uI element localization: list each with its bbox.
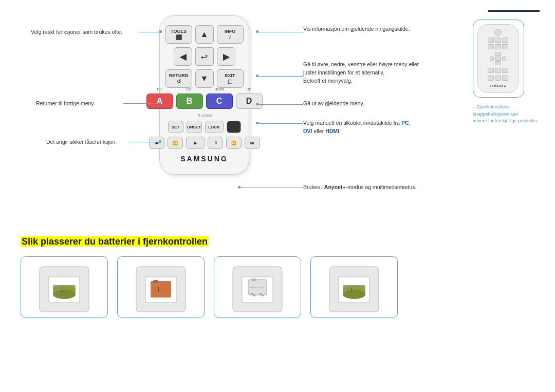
info-line xyxy=(258,32,303,32)
sr-btn8 xyxy=(495,68,501,73)
sr-arrows xyxy=(490,52,506,65)
exit-button[interactable]: EXIT ⬚ xyxy=(217,69,244,88)
return-dot xyxy=(159,102,161,104)
remote-control: TOOLS ⬛ ▲ INFO i ◀ xyxy=(159,15,249,175)
svg-point-13 xyxy=(343,290,365,299)
rewind-button[interactable]: ⏪ xyxy=(168,137,183,149)
ffwd-button[interactable]: ⏩ xyxy=(226,137,242,149)
battery-image-2: ↓ xyxy=(117,256,205,318)
sr-circle-top xyxy=(494,29,502,36)
sr-btn5 xyxy=(495,44,501,49)
ir-label: IR control xyxy=(197,114,212,117)
top-divider xyxy=(488,10,540,12)
next-button[interactable]: ⏭ xyxy=(245,137,260,149)
sr-btn2 xyxy=(495,38,501,43)
nav-annotation: Gå til øvre, nedre, venstre eller høyre … xyxy=(303,61,419,85)
sr-samsung-text: SAMSUNG xyxy=(490,84,507,87)
sr-btn10 xyxy=(488,76,494,81)
sr-btn12 xyxy=(502,76,508,81)
right-button[interactable]: ▶ xyxy=(217,47,235,66)
set-button[interactable]: SET xyxy=(168,121,183,133)
sr-btn6 xyxy=(502,44,508,49)
battery-title: Slik plasserer du batterier i fjernkontr… xyxy=(21,236,209,247)
sr-up xyxy=(495,52,501,56)
battery-svg-4: ↑ xyxy=(318,262,390,313)
hdmi-label: HDMI xyxy=(206,87,233,91)
right-panel: SAMSUNG – Fjernkontrollens knappefunksjo… xyxy=(473,10,540,125)
sr-left xyxy=(490,57,494,61)
source-annotation: Velg manuelt en tilkoblet inndatakilde f… xyxy=(303,119,410,136)
pc-label: PC xyxy=(146,87,173,91)
svg-point-2 xyxy=(53,290,76,299)
battery-svg-2: ↓ xyxy=(125,262,197,313)
exit-annotation: Gå ut av gjeldende meny. xyxy=(303,100,364,106)
sr-btn4 xyxy=(488,44,494,49)
unset-button[interactable]: UNSET xyxy=(187,121,202,133)
footnote: – Fjernkontrollens knappefunksjoner kan … xyxy=(473,104,540,125)
sr-btn7 xyxy=(488,68,494,73)
return-button[interactable]: RETURN ↺ xyxy=(165,69,192,88)
battery-section: Slik plasserer du batterier i fjernkontr… xyxy=(21,236,534,318)
svg-text:↓: ↓ xyxy=(60,286,64,294)
return-line xyxy=(123,103,160,104)
up-button[interactable]: ▲ xyxy=(195,25,214,44)
small-remote: SAMSUNG xyxy=(477,24,519,93)
battery-image-1: ↓ xyxy=(21,256,108,318)
samsung-logo: SAMSUNG xyxy=(180,155,228,163)
dp-label: DP xyxy=(236,87,263,91)
enter-button[interactable]: ⮐ xyxy=(195,47,214,66)
button-c[interactable]: C xyxy=(206,94,233,109)
tools-button[interactable]: TOOLS ⬛ xyxy=(165,25,192,44)
button-b[interactable]: B xyxy=(176,94,203,109)
nav-line xyxy=(258,76,303,77)
tools-dot xyxy=(159,30,162,33)
prev-button[interactable]: ⏮ xyxy=(149,137,164,149)
svg-point-6 xyxy=(152,286,170,293)
lock-annotation: Det angir sikker låsefunksjon. xyxy=(46,139,117,145)
tools-annotation: Velg raskt funksjoner som brukes ofte. xyxy=(31,29,122,35)
button-d[interactable]: D xyxy=(236,94,263,109)
battery-svg-3 xyxy=(221,262,293,313)
anynet-line xyxy=(240,188,303,188)
lock-button[interactable]: LOCK xyxy=(205,121,224,133)
battery-image-3 xyxy=(214,256,301,318)
battery-image-4: ↑ xyxy=(310,256,398,318)
info-annotation: Vis informasjon om gjeldende inngangskil… xyxy=(303,26,410,32)
svg-text:↑: ↑ xyxy=(350,286,354,294)
small-remote-box: SAMSUNG xyxy=(473,20,524,98)
svg-text:↓: ↓ xyxy=(157,285,160,293)
sr-btn11 xyxy=(495,76,501,81)
lock-line xyxy=(128,142,160,142)
source-line xyxy=(258,123,303,124)
play-button[interactable]: ▶ xyxy=(186,137,205,149)
sr-center xyxy=(495,57,501,61)
battery-svg-1: ↓ xyxy=(28,262,100,313)
left-button[interactable]: ◀ xyxy=(174,47,192,66)
button-a[interactable]: A xyxy=(146,94,173,109)
tools-line xyxy=(139,32,162,32)
sr-right xyxy=(502,57,506,61)
anynet-annotation: Brukes i Anynet+-modus og multimediemodu… xyxy=(303,184,416,190)
sr-btn1 xyxy=(488,38,494,43)
sr-down xyxy=(495,61,501,65)
info-button[interactable]: INFO i xyxy=(217,25,244,44)
dvi-label: DVI xyxy=(176,87,203,91)
pause-button[interactable]: ⏸ xyxy=(208,137,223,149)
sr-btn9 xyxy=(502,68,508,73)
black-button[interactable] xyxy=(227,121,241,133)
svg-rect-9 xyxy=(251,278,256,281)
exit-line xyxy=(258,104,303,105)
down-button[interactable]: ▼ xyxy=(195,69,214,88)
return-annotation: Returner til forrige meny. xyxy=(36,100,95,106)
battery-images: ↓ ↓ xyxy=(21,256,534,318)
svg-rect-5 xyxy=(153,280,158,283)
lock-dot xyxy=(159,140,161,143)
sr-btn3 xyxy=(502,38,508,43)
